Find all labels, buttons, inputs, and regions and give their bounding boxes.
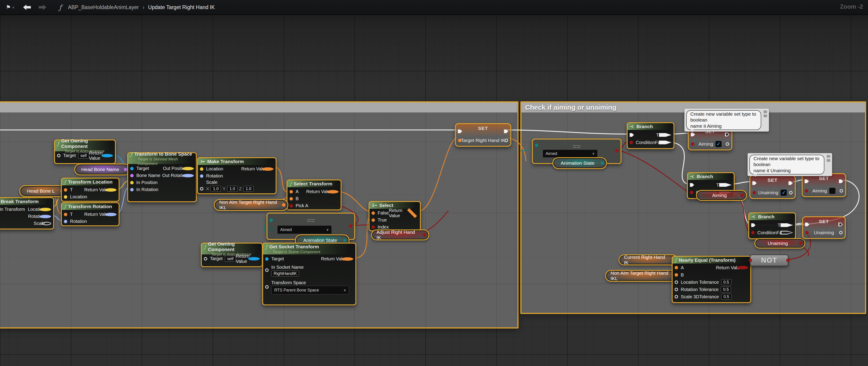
transform-space-pin[interactable]	[265, 285, 269, 289]
scale-z-field[interactable]: 1.0	[243, 186, 254, 192]
condition-pin[interactable]	[751, 231, 755, 235]
node-get-socket-transform[interactable]: ƒ Get Socket Transform Target is Scene C…	[262, 243, 356, 305]
target-pin[interactable]	[130, 167, 134, 170]
pill-current-right-hand-ik[interactable]: Current Right Hand IK	[619, 254, 678, 265]
scale-tolerance-field[interactable]: 0.5	[721, 294, 732, 300]
comment-bubble-aiming[interactable]: Create new variable set type to boolean …	[684, 109, 769, 131]
value-in-pin[interactable]	[805, 231, 809, 235]
pill-non-aim-target-2[interactable]: Non Aim Target Right Hand IKL	[605, 270, 681, 282]
b-pin[interactable]	[675, 273, 678, 277]
enum-dropdown[interactable]: Aimed ∨	[277, 225, 332, 234]
target-pin[interactable]	[265, 257, 269, 261]
node-select[interactable]: Select False Return Value True Index	[369, 201, 421, 231]
node-branch-3[interactable]: Branch True Condition False	[748, 212, 796, 239]
value-in-pin[interactable]	[691, 143, 694, 146]
pill-animation-state-2[interactable]: Animation State	[552, 157, 607, 169]
pill-unaiming[interactable]: Unaiming	[754, 238, 805, 248]
in-position-pin[interactable]	[130, 181, 134, 184]
pill-adjust-right-hand-ik[interactable]: Adjust Right Hand IK	[371, 230, 429, 240]
return-value-pin[interactable]	[262, 167, 274, 171]
a-pin[interactable]	[675, 266, 678, 270]
pill-head-bone-l[interactable]: Head Bone L	[19, 185, 67, 197]
pill-head-bone-name[interactable]: Head Bone Name	[74, 163, 130, 175]
bubble-options-icon[interactable]	[764, 115, 767, 117]
exec-in-pin[interactable]	[630, 133, 634, 137]
output-pin[interactable]	[600, 161, 604, 165]
input-pin[interactable]	[749, 259, 752, 262]
scale-y-field[interactable]: 1.0	[227, 186, 238, 192]
b-pin[interactable]	[270, 227, 273, 231]
enum-dropdown[interactable]: Aimed ∨	[542, 150, 598, 158]
exec-out-pin[interactable]	[838, 223, 843, 226]
target-pin[interactable]	[204, 257, 207, 261]
value-in-pin[interactable]	[805, 189, 808, 193]
breadcrumb-current[interactable]: Update Target Right Hand IK	[148, 4, 215, 10]
out-rotation-pin[interactable]	[182, 174, 194, 177]
value-checkbox[interactable]: ✓	[780, 189, 787, 196]
value-out-pin[interactable]	[839, 231, 842, 235]
location-pin[interactable]	[200, 167, 204, 171]
value-out-pin[interactable]	[726, 143, 729, 146]
transform-space-dropdown[interactable]: RTS Parent Bone Space ∨	[271, 286, 349, 295]
value-in-pin[interactable]	[458, 139, 462, 142]
node-set-unaiming-2[interactable]: SET Unaiming	[802, 216, 846, 239]
self-field[interactable]: self	[225, 256, 236, 262]
return-value-pin[interactable]	[105, 213, 117, 216]
scale-pin[interactable]	[41, 222, 51, 225]
value-out-pin[interactable]	[840, 189, 843, 193]
value-in-pin[interactable]	[752, 191, 756, 194]
value-out-pin[interactable]	[789, 191, 793, 194]
return-value-pin[interactable]	[327, 190, 339, 193]
output-pin[interactable]	[282, 203, 285, 207]
rotation-pin[interactable]	[64, 220, 67, 223]
return-value-pin[interactable]	[737, 266, 748, 270]
back-button[interactable]	[23, 4, 31, 10]
node-nearly-equal-transform[interactable]: ƒ Nearly Equal (Transform) A Return Valu…	[672, 256, 751, 303]
pick-a-pin[interactable]	[289, 204, 293, 207]
return-value-pin[interactable]	[248, 257, 260, 261]
location-pin[interactable]	[39, 208, 51, 211]
output-pin[interactable]	[799, 242, 802, 245]
exec-out-pin[interactable]	[788, 181, 793, 185]
exec-out-pin[interactable]	[839, 180, 843, 183]
socket-name-field[interactable]: RightHandIK	[271, 271, 299, 276]
condition-pin[interactable]	[630, 141, 633, 144]
a-pin[interactable]	[270, 218, 273, 222]
exec-in-pin[interactable]	[752, 181, 757, 185]
condition-pin[interactable]	[690, 191, 693, 194]
node-branch-1[interactable]: Branch True Condition False	[627, 122, 674, 149]
node-transform-to-bone-space[interactable]: ƒ Transform to Bone Space Target is Skin…	[127, 152, 197, 202]
in-rotation-pin[interactable]	[130, 188, 134, 191]
location-tolerance-pin[interactable]	[675, 281, 678, 284]
result-pin[interactable]	[615, 149, 619, 152]
node-make-transform[interactable]: Make Transform Location Return Value Rot…	[197, 157, 277, 194]
exec-out-pin[interactable]	[504, 129, 508, 133]
node-not[interactable]: NOT	[750, 254, 788, 266]
exec-out-pin[interactable]	[725, 133, 730, 136]
output-pin[interactable]	[124, 168, 127, 171]
exec-in-pin[interactable]	[690, 183, 694, 187]
location-tolerance-field[interactable]: 0.5	[721, 279, 732, 285]
node-get-owning-component-2[interactable]: ƒ Get Owning Component Target is Anim In…	[201, 243, 263, 267]
output-pin[interactable]	[786, 259, 789, 262]
rotation-pin[interactable]	[200, 174, 204, 178]
a-pin[interactable]	[535, 144, 538, 147]
return-value-pin[interactable]	[101, 154, 113, 157]
rotation-tolerance-pin[interactable]	[675, 288, 678, 291]
scale-x-field[interactable]: 1.0	[211, 186, 221, 192]
rotation-pin[interactable]	[39, 215, 51, 218]
target-pin[interactable]	[57, 154, 60, 157]
scale-tolerance-pin[interactable]	[675, 295, 678, 299]
pill-non-aim-target-1[interactable]: Non Aim Target Right Hand IKL	[214, 199, 288, 211]
result-pin[interactable]	[349, 224, 352, 228]
node-select-transform[interactable]: ƒ Select Transform A Return Value B Pick…	[286, 180, 342, 210]
exec-in-pin[interactable]	[751, 223, 755, 227]
value-out-pin[interactable]	[505, 139, 508, 142]
bookmark-button[interactable]: ⚑ ∨	[6, 4, 14, 10]
return-value-pin[interactable]	[105, 188, 117, 191]
output-pin[interactable]	[741, 194, 744, 197]
comment-left-titlebar[interactable]	[0, 102, 517, 113]
bone-name-pin[interactable]	[130, 174, 134, 177]
exec-in-pin[interactable]	[805, 180, 809, 183]
rotation-tolerance-field[interactable]: 0.5	[721, 286, 731, 293]
